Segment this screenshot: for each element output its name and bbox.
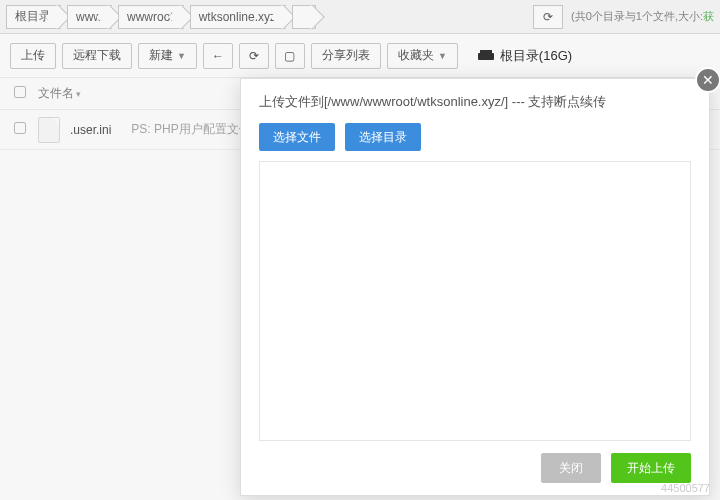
start-upload-label: 开始上传 xyxy=(627,461,675,475)
watermark: 44500577 xyxy=(661,482,710,494)
select-file-button[interactable]: 选择文件 xyxy=(259,123,335,151)
close-button[interactable]: 关闭 xyxy=(541,453,601,483)
close-icon: ✕ xyxy=(702,72,714,88)
modal-footer: 关闭 开始上传 xyxy=(241,441,709,495)
modal-actions: 选择文件 选择目录 xyxy=(241,119,709,161)
select-file-label: 选择文件 xyxy=(273,130,321,144)
select-dir-label: 选择目录 xyxy=(359,130,407,144)
close-label: 关闭 xyxy=(559,461,583,475)
modal-title: 上传文件到[/www/wwwroot/wtksonline.xyz/] --- … xyxy=(241,79,709,119)
upload-modal: ✕ 上传文件到[/www/wwwroot/wtksonline.xyz/] --… xyxy=(240,78,710,496)
modal-close-button[interactable]: ✕ xyxy=(695,67,720,93)
select-dir-button[interactable]: 选择目录 xyxy=(345,123,421,151)
start-upload-button[interactable]: 开始上传 xyxy=(611,453,691,483)
upload-dropzone[interactable] xyxy=(259,161,691,441)
